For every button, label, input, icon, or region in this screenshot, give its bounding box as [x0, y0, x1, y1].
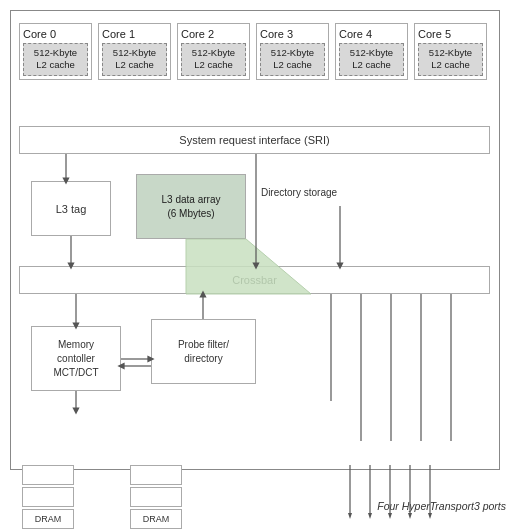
svg-marker-20: [348, 513, 352, 519]
crossbar-box: Crossbar: [19, 266, 490, 294]
core-2-box: Core 2 512-KbyteL2 cache: [177, 23, 250, 80]
core-5-cache: 512-KbyteL2 cache: [418, 43, 483, 76]
core-4-cache: 512-KbyteL2 cache: [339, 43, 404, 76]
core-3-label: Core 3: [260, 28, 325, 40]
core-5-label: Core 5: [418, 28, 483, 40]
diagram: Core 0 512-KbyteL2 cache Core 1 512-Kbyt…: [0, 0, 526, 530]
main-box: Core 0 512-KbyteL2 cache Core 1 512-Kbyt…: [10, 10, 500, 470]
dram-2-card-3: [130, 465, 182, 485]
memctrl-box: MemorycontollerMCT/DCT: [31, 326, 121, 391]
memctrl-label: MemorycontollerMCT/DCT: [54, 338, 99, 380]
cores-row: Core 0 512-KbyteL2 cache Core 1 512-Kbyt…: [19, 23, 487, 80]
core-0-label: Core 0: [23, 28, 88, 40]
core-1-box: Core 1 512-KbyteL2 cache: [98, 23, 171, 80]
l3tag-label: L3 tag: [56, 203, 87, 215]
svg-marker-22: [388, 513, 392, 519]
dram-2-label: DRAM: [143, 514, 170, 524]
core-2-label: Core 2: [181, 28, 246, 40]
dram-1-card-3: [22, 465, 74, 485]
core-3-box: Core 3 512-KbyteL2 cache: [256, 23, 329, 80]
l3tag-box: L3 tag: [31, 181, 111, 236]
dram-1-card-2: [22, 487, 74, 507]
svg-marker-21: [368, 513, 372, 519]
dram-2-card-1: DRAM: [130, 509, 182, 529]
core-1-label: Core 1: [102, 28, 167, 40]
ht3-lines-svg: [10, 465, 500, 530]
dram-1-card-1: DRAM: [22, 509, 74, 529]
probe-box: Probe filter/directory: [151, 319, 256, 384]
core-0-box: Core 0 512-KbyteL2 cache: [19, 23, 92, 80]
core-5-box: Core 5 512-KbyteL2 cache: [414, 23, 487, 80]
l3data-label: L3 data array(6 Mbytes): [162, 193, 221, 221]
arrows-overlay: [11, 11, 499, 469]
core-3-cache: 512-KbyteL2 cache: [260, 43, 325, 76]
sri-label: System request interface (SRI): [179, 134, 329, 146]
probe-label: Probe filter/directory: [178, 338, 229, 366]
sri-box: System request interface (SRI): [19, 126, 490, 154]
svg-marker-23: [408, 513, 412, 519]
dram-1-label: DRAM: [35, 514, 62, 524]
core-1-cache: 512-KbyteL2 cache: [102, 43, 167, 76]
core-0-cache: 512-KbyteL2 cache: [23, 43, 88, 76]
core-2-cache: 512-KbyteL2 cache: [181, 43, 246, 76]
svg-marker-24: [428, 513, 432, 519]
dir-storage-label: Directory storage: [259, 186, 339, 199]
core-4-label: Core 4: [339, 28, 404, 40]
ht3-label: Four HyperTransport3 ports: [377, 500, 506, 512]
dram-stack-2: DRAM: [130, 465, 182, 530]
core-4-box: Core 4 512-KbyteL2 cache: [335, 23, 408, 80]
crossbar-label: Crossbar: [232, 274, 277, 286]
dram-2-card-2: [130, 487, 182, 507]
l3data-box: L3 data array(6 Mbytes): [136, 174, 246, 239]
dram-stack-1: DRAM: [22, 465, 74, 530]
